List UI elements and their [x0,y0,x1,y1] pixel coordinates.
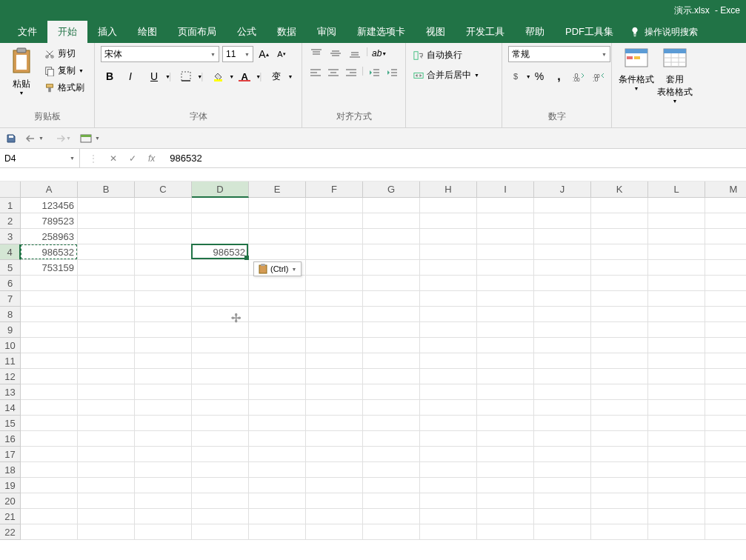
cell-B18[interactable] [78,462,135,478]
tab-data[interactable]: 数据 [267,21,307,43]
cell-L1[interactable] [648,198,705,213]
cell-I21[interactable] [477,509,534,524]
cell-I4[interactable] [477,244,534,260]
cancel-edit-button[interactable]: ✕ [110,153,117,164]
cell-J18[interactable] [534,462,591,478]
cell-L17[interactable] [648,447,705,462]
row-header-13[interactable]: 13 [0,384,21,400]
cell-E3[interactable] [249,229,306,244]
cell-L13[interactable] [648,384,705,400]
cell-C12[interactable] [135,369,192,384]
cell-K2[interactable] [591,213,648,229]
cell-D2[interactable] [192,213,249,229]
pinyin-guide-button[interactable]: 变▼ [264,68,288,84]
cell-E22[interactable] [249,524,306,540]
tab-dev[interactable]: 开发工具 [456,21,515,43]
align-right-button[interactable] [344,65,359,80]
cell-A1[interactable]: 123456 [21,198,78,213]
cell-L6[interactable] [648,276,705,291]
fill-color-button[interactable]: ▼ [206,68,230,84]
cell-D7[interactable] [192,291,249,307]
cell-K6[interactable] [591,276,648,291]
cell-F9[interactable] [306,322,363,338]
cell-E15[interactable] [249,416,306,431]
cell-J16[interactable] [534,431,591,447]
cell-I16[interactable] [477,431,534,447]
cell-K12[interactable] [591,369,648,384]
cell-G7[interactable] [363,291,420,307]
cell-H14[interactable] [420,400,477,416]
cell-H22[interactable] [420,524,477,540]
qat-customize-button[interactable]: ▼ [80,133,100,144]
wrap-text-button[interactable]: 自动换行 [412,47,496,63]
cell-G8[interactable] [363,307,420,322]
cell-J17[interactable] [534,447,591,462]
cell-E14[interactable] [249,400,306,416]
cell-C10[interactable] [135,338,192,353]
cell-L19[interactable] [648,478,705,493]
name-box-input[interactable] [4,153,49,164]
cell-D13[interactable] [192,384,249,400]
cell-C1[interactable] [135,198,192,213]
cell-M2[interactable] [705,213,746,229]
cell-F4[interactable] [306,244,363,260]
cell-E7[interactable] [249,291,306,307]
cell-K1[interactable] [591,198,648,213]
cell-H16[interactable] [420,431,477,447]
cell-D19[interactable] [192,478,249,493]
cell-I1[interactable] [477,198,534,213]
column-header-L[interactable]: L [648,181,705,198]
select-all-corner[interactable] [0,181,21,198]
cell-L14[interactable] [648,400,705,416]
cell-H18[interactable] [420,462,477,478]
cell-M6[interactable] [705,276,746,291]
cell-C14[interactable] [135,400,192,416]
cell-A11[interactable] [21,353,78,369]
cell-F15[interactable] [306,416,363,431]
cell-L20[interactable] [648,493,705,509]
cell-J4[interactable] [534,244,591,260]
row-header-11[interactable]: 11 [0,353,21,369]
cell-A18[interactable] [21,462,78,478]
cell-K15[interactable] [591,416,648,431]
cell-H4[interactable] [420,244,477,260]
cell-I2[interactable] [477,213,534,229]
row-header-15[interactable]: 15 [0,416,21,431]
cell-G1[interactable] [363,198,420,213]
column-header-C[interactable]: C [135,181,192,198]
cell-E18[interactable] [249,462,306,478]
cell-H11[interactable] [420,353,477,369]
cell-B2[interactable] [78,213,135,229]
cell-G6[interactable] [363,276,420,291]
cell-C3[interactable] [135,229,192,244]
cell-L15[interactable] [648,416,705,431]
column-header-G[interactable]: G [363,181,420,198]
tab-newtab[interactable]: 新建选项卡 [347,21,416,43]
cell-I6[interactable] [477,276,534,291]
underline-button[interactable]: U▼ [142,68,166,84]
cell-E11[interactable] [249,353,306,369]
cell-D11[interactable] [192,353,249,369]
decrease-font-button[interactable]: A▾ [274,47,289,61]
increase-decimal-button[interactable]: .0.00 [572,68,586,84]
cell-H6[interactable] [420,276,477,291]
align-center-button[interactable] [326,65,341,80]
tab-draw[interactable]: 绘图 [127,21,167,43]
cell-A19[interactable] [21,478,78,493]
merge-center-button[interactable]: 合并后居中 ▼ [412,67,496,83]
cell-D18[interactable] [192,462,249,478]
cell-H20[interactable] [420,493,477,509]
cell-F2[interactable] [306,213,363,229]
cell-E19[interactable] [249,478,306,493]
cell-J6[interactable] [534,276,591,291]
cell-C22[interactable] [135,524,192,540]
cell-H2[interactable] [420,213,477,229]
tab-pdf[interactable]: PDF工具集 [555,21,624,43]
row-header-9[interactable]: 9 [0,322,21,338]
confirm-edit-button[interactable]: ✓ [129,153,136,164]
tab-formulas[interactable]: 公式 [227,21,267,43]
cell-J3[interactable] [534,229,591,244]
cell-G10[interactable] [363,338,420,353]
cell-A22[interactable] [21,524,78,540]
cell-A21[interactable] [21,509,78,524]
